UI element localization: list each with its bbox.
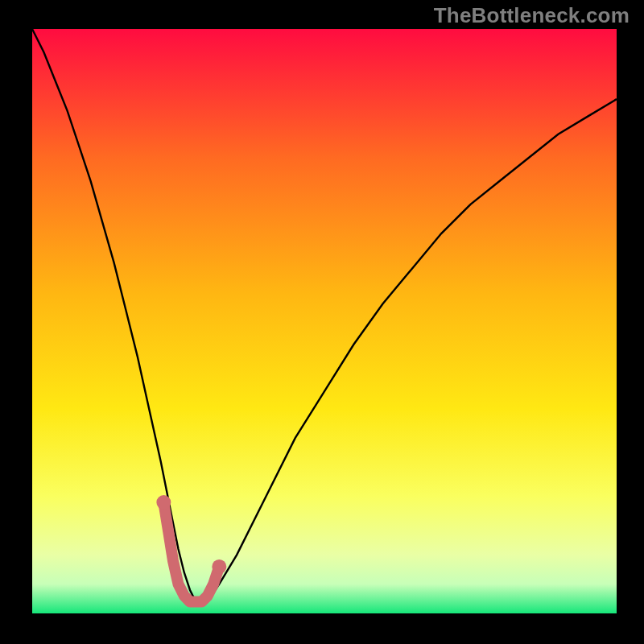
plot-background [32,29,617,613]
watermark-text: TheBottleneck.com [434,3,630,28]
bottleneck-chart [0,0,644,644]
marker-dot [156,495,171,510]
chart-frame: TheBottleneck.com [0,0,644,644]
marker-dot [212,559,226,574]
